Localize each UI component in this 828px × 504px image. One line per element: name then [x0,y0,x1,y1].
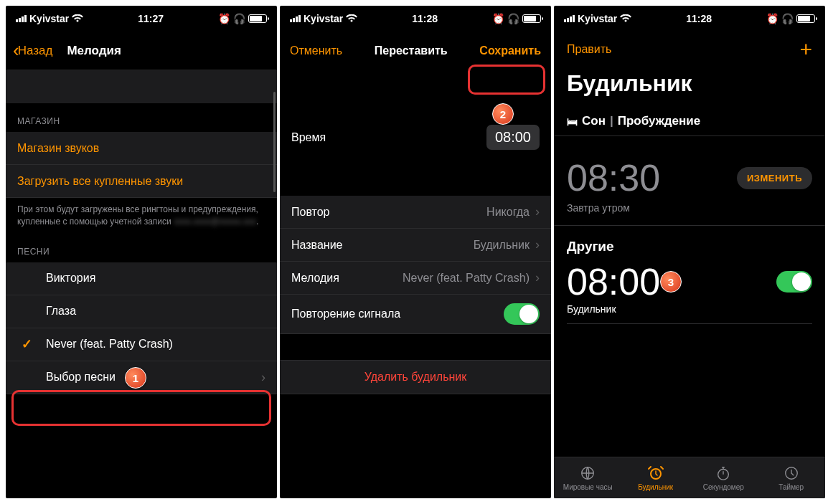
signal-icon [16,15,27,22]
status-bar: Kyivstar 11:27 ⏰ 🎧 [6,6,277,32]
edit-button[interactable]: Править [567,43,611,56]
callout-1: 1 [125,367,146,389]
battery-icon [522,14,541,23]
stopwatch-icon [715,465,732,482]
status-bar: Kyivstar 11:28 ⏰ 🎧 [554,6,825,32]
store-footer: При этом будут загружены все рингтоны и … [6,198,277,234]
change-button[interactable]: ИЗМЕНИТЬ [737,167,812,189]
repeat-row[interactable]: ПовторНикогда› [280,196,551,229]
song-item-0[interactable]: Виктория [6,262,277,295]
tab-world-clock[interactable]: Мировые часы [554,457,622,498]
signal-icon [290,15,301,22]
tab-stopwatch[interactable]: Секундомер [690,457,758,498]
battery-icon [796,14,815,23]
song-item-selected[interactable]: ✓ Never (feat. Patty Crash) [6,328,277,361]
page-title: Будильник [554,67,825,107]
bed-icon: 🛏 [567,115,578,128]
signal-icon [564,15,575,22]
alarm-icon: ⏰ [492,13,504,24]
callout-2: 2 [492,103,514,125]
time-value[interactable]: 08:00 [486,125,540,150]
status-time: 11:27 [138,13,164,24]
alarm-label-0: Будильник [554,303,825,323]
headphones-icon: 🎧 [781,13,794,24]
tomorrow-label: Завтра утром [554,199,825,226]
cancel-button[interactable]: Отменить [290,44,342,57]
back-button[interactable]: ‹ Назад [13,39,52,62]
tab-alarm[interactable]: Будильник [622,457,690,498]
song-item-1[interactable]: Глаза [6,295,277,328]
callout-3: 3 [660,271,682,293]
headphones-icon: 🎧 [233,13,245,24]
wifi-icon [346,14,357,23]
screen-edit-alarm: Kyivstar 11:28 ⏰ 🎧 Отменить Переставить … [280,6,551,498]
save-button[interactable]: Сохранить [479,44,541,57]
alarm-clock-icon [647,465,664,482]
alarm-icon: ⏰ [218,13,230,24]
screen-alarms-list: Kyivstar 11:28 ⏰ 🎧 Править + Будильник 🛏… [554,6,825,498]
alarm-toggle-0[interactable] [776,271,812,293]
timer-icon [783,465,800,482]
add-alarm-button[interactable]: + [799,37,812,62]
status-bar: Kyivstar 11:28 ⏰ 🎧 [280,6,551,32]
snooze-row: Повторение сигнала [280,295,551,334]
chevron-right-icon: › [535,204,540,219]
sleep-alarm-row: 08:30 ИЗМЕНИТЬ [554,136,825,199]
checkmark-icon: ✓ [22,336,32,352]
edit-bar: Править + [554,32,825,67]
nav-header: ‹ Назад Мелодия [6,32,277,70]
carrier-label: Kyivstar [29,13,69,24]
tab-timer[interactable]: Таймер [758,457,826,498]
chevron-right-icon: › [535,237,540,252]
vibration-row-partial[interactable] [6,70,277,103]
alarm-time-0: 08:00 [567,260,660,303]
sound-row[interactable]: МелодияNever (feat. Patty Crash)› [280,262,551,295]
annotation-highlight-1 [11,390,271,426]
headphones-icon: 🎧 [507,13,519,24]
svg-point-3 [718,470,729,480]
sleep-section-header: 🛏 Сон|Пробуждение [554,107,825,136]
chevron-right-icon: › [535,270,540,285]
wifi-icon [620,14,631,23]
alarm-icon: ⏰ [766,13,778,24]
download-link[interactable]: Загрузить все купленные звуки [6,165,277,198]
nav-title: Мелодия [67,44,121,58]
sleep-time: 08:30 [567,156,660,199]
screen-melody: Kyivstar 11:27 ⏰ 🎧 ‹ Назад Мелодия МАГАЗ… [6,6,277,498]
carrier-label: Kyivstar [304,13,343,24]
carrier-label: Kyivstar [578,13,617,24]
status-time: 11:28 [412,13,438,24]
tab-bar: Мировые часы Будильник Секундомер Таймер [554,457,825,498]
section-songs: ПЕСНИ [6,234,277,262]
alarm-row-0[interactable]: 08:00 [554,257,825,303]
modal-nav: Отменить Переставить Сохранить [280,32,551,70]
wifi-icon [72,14,83,23]
chevron-right-icon: › [261,370,265,385]
modal-title: Переставить [375,44,448,57]
battery-icon [248,14,267,23]
snooze-toggle[interactable] [504,303,540,325]
status-time: 11:28 [686,13,712,24]
scrollbar[interactable] [273,92,276,192]
name-row[interactable]: НазваниеБудильник› [280,229,551,262]
other-section: Другие [554,226,825,257]
delete-alarm-button[interactable]: Удалить будильник [280,360,551,394]
store-link[interactable]: Магазин звуков [6,132,277,165]
globe-icon [579,465,596,482]
section-store: МАГАЗИН [6,103,277,132]
